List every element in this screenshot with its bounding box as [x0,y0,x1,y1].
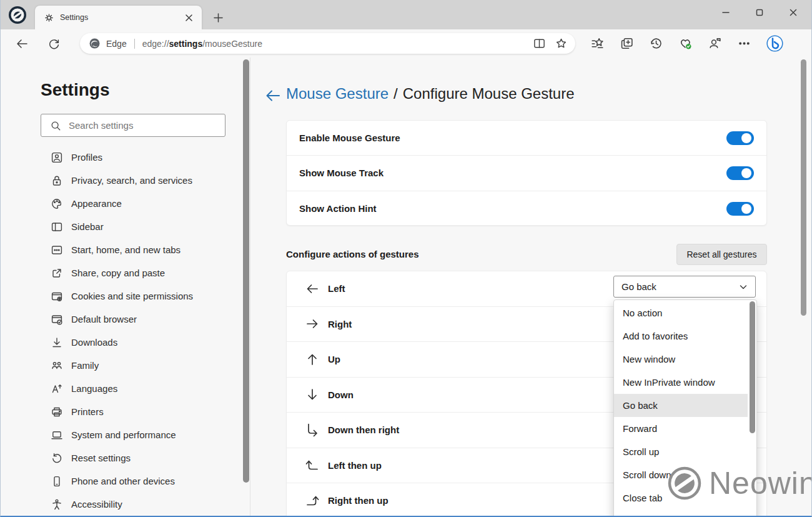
maximize-button[interactable] [743,0,776,25]
sidebar-item-profiles[interactable]: Profiles [1,146,244,169]
phone-icon [51,475,63,488]
sidebar-item-system-performance[interactable]: System and performance [1,423,244,446]
back-button[interactable] [13,35,31,53]
navigation-toolbar: Edge edge://settings/mouseGesture [1,29,811,58]
browser-essentials-icon[interactable] [678,36,693,51]
arrow-right-icon [305,317,319,331]
dropdown-item-no-action[interactable]: No action [614,301,748,324]
dropdown-item-go-back[interactable]: Go back [614,394,748,417]
laptop-icon [51,429,63,441]
split-screen-icon[interactable] [533,37,546,50]
profiles-icon [51,151,63,164]
dropdown-item-forward[interactable]: Forward [614,417,748,440]
settings-content: Mouse Gesture/Configure Mouse Gesture En… [250,58,811,516]
breadcrumb-current: Configure Mouse Gesture [403,85,575,102]
window-controls [709,0,810,25]
more-options-icon[interactable] [737,36,751,51]
sidebar-item-printers[interactable]: Printers [1,400,244,423]
sidebar-title: Settings [41,80,109,100]
accessibility-icon [51,498,63,511]
tab-settings[interactable]: Settings [35,6,202,29]
reset-icon [51,452,63,464]
sidebar-list: Profiles Privacy, search, and services A… [1,146,244,516]
reset-all-gestures-button[interactable]: Reset all gestures [676,244,767,265]
toggle-label: Enable Mouse Gesture [299,133,726,143]
toggle-row-show-action-hint: Show Action Hint [287,191,766,226]
arrow-up-icon [305,353,319,366]
sidebar-item-default-browser[interactable]: Default browser [1,308,244,331]
sidebar-item-appearance[interactable]: Appearance [1,192,244,215]
printer-icon [51,406,63,418]
page-scrollbar[interactable] [801,59,806,316]
sidebar-scrollbar[interactable] [243,59,249,483]
dropdown-item-add-to-favorites[interactable]: Add to favorites [614,324,748,348]
section-heading: Configure actions of gestures [286,249,419,259]
neowin-watermark: Neowin [668,465,812,501]
dropdown-scrollbar[interactable] [750,301,755,433]
feedback-person-icon[interactable] [708,36,722,51]
address-separator [134,39,135,49]
arrow-left-icon [305,282,319,296]
gesture-toggles-card: Enable Mouse Gesture Show Mouse Track Sh… [286,120,767,226]
search-input[interactable] [69,120,206,131]
toggle-row-show-mouse-track: Show Mouse Track [287,156,766,191]
url-text: edge://settings/mouseGesture [142,39,533,49]
address-bar[interactable]: Edge edge://settings/mouseGesture [80,33,575,54]
bing-chat-icon[interactable] [766,35,783,52]
show-mouse-track-toggle[interactable] [726,166,754,180]
lock-icon [51,174,63,187]
new-tab-page-icon [51,244,63,256]
arrow-down-then-right-icon [305,423,319,437]
breadcrumb-link-mouse-gesture[interactable]: Mouse Gesture [286,85,389,102]
enable-mouse-gesture-toggle[interactable] [726,131,754,145]
family-icon [51,359,63,372]
dropdown-item-scroll-up[interactable]: Scroll up [614,440,748,463]
arrow-down-icon [305,388,319,401]
title-bar: Settings [1,0,811,29]
toggle-row-enable-mouse-gesture: Enable Mouse Gesture [287,121,766,156]
sidebar-item-accessibility[interactable]: Accessibility [1,493,244,516]
dropdown-item-new-inprivate-window[interactable]: New InPrivate window [614,371,748,394]
sidebar-panel-icon [51,221,63,233]
breadcrumb-separator: / [394,85,398,102]
neowin-logo-icon [668,466,701,500]
sidebar-item-downloads[interactable]: Downloads [1,331,244,354]
browser-window: Settings [0,0,812,517]
chevron-down-icon [739,283,748,291]
palette-icon [51,198,63,210]
dropdown-item-new-window[interactable]: New window [614,348,748,371]
favorites-icon[interactable] [590,36,605,51]
languages-icon [51,383,63,395]
arrow-left-then-up-icon [305,458,319,472]
sidebar-item-share-copy-paste[interactable]: Share, copy and paste [1,261,244,284]
download-icon [51,336,63,349]
sidebar-item-family[interactable]: Family [1,354,244,377]
breadcrumb-back-icon[interactable] [264,87,282,104]
sidebar-item-cookies-permissions[interactable]: Cookies and site permissions [1,284,244,308]
minimize-button[interactable] [709,0,743,25]
tab-close-button[interactable] [182,11,196,24]
favorite-star-icon[interactable] [555,37,568,50]
toggle-label: Show Action Hint [299,203,726,214]
left-gesture-action-select[interactable]: Go back [613,276,756,298]
collections-icon[interactable] [620,36,634,51]
sidebar-item-phone-devices[interactable]: Phone and other devices [1,469,244,493]
history-icon[interactable] [649,36,663,51]
refresh-button[interactable] [45,35,62,53]
sidebar-item-sidebar[interactable]: Sidebar [1,215,244,238]
settings-sidebar: Settings Profiles Privacy, search, and s… [1,58,244,516]
sidebar-item-start-home-tabs[interactable]: Start, home, and new tabs [1,238,244,261]
settings-search-box[interactable] [41,114,225,137]
arrow-right-then-up-icon [305,494,319,508]
sidebar-item-privacy[interactable]: Privacy, search, and services [1,169,244,192]
neowin-app-icon [8,6,27,24]
sidebar-item-reset-settings[interactable]: Reset settings [1,446,244,469]
search-icon [50,120,61,131]
cookies-icon [51,290,63,303]
sidebar-item-languages[interactable]: Languages [1,377,244,400]
close-button[interactable] [776,0,810,25]
gear-icon [44,13,54,23]
tab-title: Settings [60,13,182,22]
show-action-hint-toggle[interactable] [726,202,754,216]
new-tab-button[interactable] [210,10,225,25]
